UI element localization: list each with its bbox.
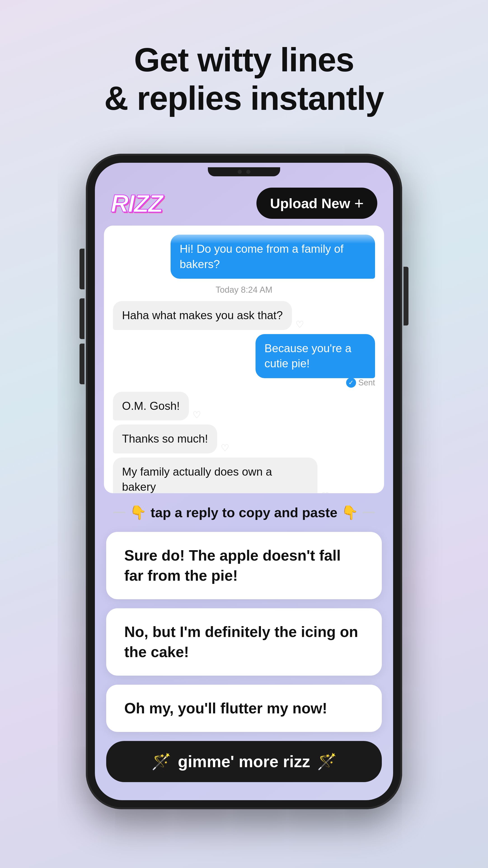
chat-timestamp: Today 8:24 AM <box>113 285 375 295</box>
notch-bar <box>95 163 393 181</box>
wand-icon-right: 🪄 <box>317 752 337 771</box>
phone-screen: RIZZ Upload New + Hi! Do you come from a… <box>95 163 393 800</box>
tap-line-left <box>113 512 126 513</box>
app-header: RIZZ Upload New + <box>95 181 393 225</box>
message-row-6: My family actually does own a bakery ♡ <box>113 458 375 493</box>
reply-text-1: No, but I'm definitely the icing on the … <box>124 622 364 662</box>
gimme-label: gimme' more rizz <box>178 752 310 771</box>
message-row-4: O.M. Gosh! ♡ <box>113 392 375 421</box>
tap-emoji-right: 👇 <box>341 504 358 521</box>
tap-instruction: 👇 tap a reply to copy and paste 👇 <box>95 493 393 532</box>
message-row-2: Haha what makes you ask that? ♡ <box>113 301 375 330</box>
tap-instruction-text: tap a reply to copy and paste <box>151 505 337 520</box>
heart-icon-2[interactable]: ♡ <box>221 442 229 454</box>
chat-fade <box>104 225 384 244</box>
sent-bubble-1: Because you're a cutie pie! <box>256 334 375 378</box>
rizz-logo: RIZZ <box>111 189 162 218</box>
message-row-3: Because you're a cutie pie! <box>222 334 375 378</box>
upload-new-label: Upload New <box>270 195 350 211</box>
received-bubble-3: My family actually does own a bakery <box>113 458 318 493</box>
headline-line1: Get witty lines <box>104 41 384 79</box>
heart-icon-1[interactable]: ♡ <box>193 409 201 421</box>
reply-text-0: Sure do! The apple doesn't fall far from… <box>124 546 364 586</box>
upload-new-button[interactable]: Upload New + <box>256 188 377 219</box>
bottom-bar: 🪄 gimme' more rizz 🪄 <box>95 732 393 800</box>
tap-emoji-left: 👇 <box>130 504 147 521</box>
received-bubble-1: O.M. Gosh! <box>113 392 189 421</box>
sent-status: ✓ Sent <box>346 378 375 388</box>
sent-checkmark-icon: ✓ <box>346 378 356 388</box>
wand-icon-left: 🪄 <box>151 752 171 771</box>
reply-card-0[interactable]: Sure do! The apple doesn't fall far from… <box>106 532 382 599</box>
phone-mockup: RIZZ Upload New + Hi! Do you come from a… <box>86 154 402 809</box>
reply-card-2[interactable]: Oh my, you'll flutter my now! <box>106 685 382 732</box>
notch-dot-1 <box>238 170 242 174</box>
heart-icon-0[interactable]: ♡ <box>295 319 304 330</box>
gimme-more-rizz-button[interactable]: 🪄 gimme' more rizz 🪄 <box>106 741 382 782</box>
heart-icon-3[interactable]: ♡ <box>321 491 330 493</box>
headline: Get witty lines & replies instantly <box>104 0 384 118</box>
upload-plus-icon: + <box>354 194 364 213</box>
chat-area: Hi! Do you come from a family of bakers?… <box>104 225 384 493</box>
headline-line2: & replies instantly <box>104 79 384 118</box>
reply-cards: Sure do! The apple doesn't fall far from… <box>95 532 393 732</box>
message-row-5: Thanks so much! ♡ <box>113 425 375 454</box>
reply-text-2: Oh my, you'll flutter my now! <box>124 698 364 718</box>
received-bubble-2: Thanks so much! <box>113 425 217 454</box>
notch <box>208 167 280 176</box>
sent-label: Sent <box>358 378 375 388</box>
phone-shell: RIZZ Upload New + Hi! Do you come from a… <box>86 154 402 809</box>
tap-line-right <box>362 512 375 513</box>
received-bubble-0: Haha what makes you ask that? <box>113 301 292 330</box>
reply-card-1[interactable]: No, but I'm definitely the icing on the … <box>106 608 382 676</box>
notch-dot-2 <box>246 170 250 174</box>
sent-group-1: Because you're a cutie pie! ✓ Sent <box>113 334 375 388</box>
